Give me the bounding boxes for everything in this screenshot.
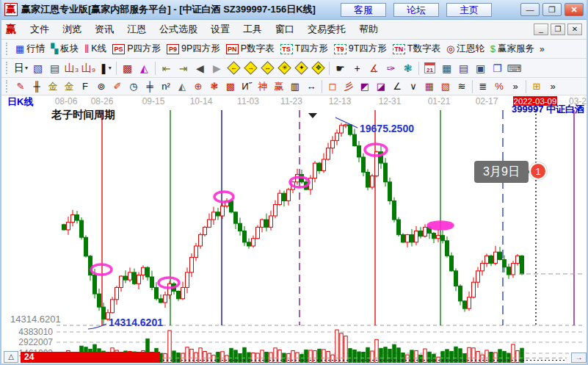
child-minimize-button[interactable]: _ <box>534 24 548 35</box>
tool-fit-all[interactable]: ✥ <box>310 61 327 76</box>
tool-winner-service[interactable]: $赢家服务 <box>487 41 537 57</box>
tool-hand-tool[interactable]: ☛ <box>332 61 349 76</box>
child-restore-button[interactable]: ❐ <box>551 24 565 35</box>
tool-gann-wheel[interactable]: ◎江恩轮 <box>443 41 487 57</box>
tool-t-table[interactable]: TNT数字表 <box>390 41 443 57</box>
tool-fan-lines[interactable]: 彡 <box>341 80 357 93</box>
tool-red-grid-3[interactable]: ▧ <box>438 80 454 93</box>
tool-red-grid[interactable]: ▩ <box>222 80 239 93</box>
tool-angle-measure[interactable]: ∡ <box>366 61 382 76</box>
tool-color-grid[interactable]: ⊞ <box>529 80 545 93</box>
tool-shift-both[interactable]: ↔ <box>259 61 276 76</box>
tool-p-square[interactable]: PSP四方形 <box>109 41 164 57</box>
tool-step-back[interactable]: ◀ <box>192 61 208 76</box>
tool-angle-mirror[interactable]: ◭ <box>174 80 190 93</box>
tool-market-view[interactable]: ▧ <box>29 61 46 76</box>
tool-save-screen[interactable]: ▣ <box>472 61 489 76</box>
tool-magic-pen[interactable]: ✑ <box>382 61 399 76</box>
menu-item-7[interactable]: 窗口 <box>269 21 301 38</box>
tool-compress[interactable]: ✳ <box>276 61 293 76</box>
tool-gann-grid[interactable]: ╫ <box>29 80 45 93</box>
tool-red-star[interactable]: ❃ <box>206 80 222 93</box>
tool-overflow-2[interactable]: » <box>545 80 561 93</box>
tool-parallel-lines[interactable]: ≋ <box>454 80 470 93</box>
tool-brush[interactable]: ✎ <box>12 80 29 93</box>
toolbar1-overflow[interactable]: » <box>537 44 547 54</box>
tool-red-ruler[interactable]: ✐ <box>109 80 126 93</box>
tool-info-note[interactable]: ▤ <box>46 61 63 76</box>
tool-percent-tool[interactable]: % <box>491 80 507 93</box>
tool-expand[interactable]: ✦ <box>293 61 310 76</box>
tool-red-grid-2[interactable]: ▦ <box>421 80 438 93</box>
tool-print[interactable]: ⌨ <box>506 61 523 76</box>
tool-t-square[interactable]: TST四方形 <box>277 41 331 57</box>
tool-9p-square[interactable]: P99P四方形 <box>164 41 223 57</box>
tool-notepad[interactable]: ▤ <box>455 61 472 76</box>
tool-analysis-brain[interactable]: ❃ <box>399 61 416 76</box>
menu-item-0[interactable]: 文件 <box>23 21 56 38</box>
tool-win-grid[interactable]: 赢 <box>271 80 287 93</box>
menu-item-9[interactable]: 帮助 <box>352 21 385 38</box>
tool-spiral[interactable]: ⊚ <box>93 80 109 93</box>
tool-sectors[interactable]: ▚板块 <box>48 41 81 57</box>
tool-fan-square-2[interactable]: ◪ <box>373 80 389 93</box>
tool-wave-3[interactable]: 山₃ <box>63 61 80 76</box>
tool-last-page[interactable]: ⇥ <box>175 61 192 76</box>
toolbar-grip[interactable] <box>6 62 10 75</box>
minimize-button[interactable]: — <box>520 3 540 16</box>
toolbar-grip[interactable] <box>6 43 10 56</box>
tool-9t-square[interactable]: T99T四方形 <box>331 41 390 57</box>
menu-item-4[interactable]: 公式选股 <box>153 21 204 38</box>
tool-grid-small[interactable]: ▥ <box>287 80 303 93</box>
tool-gold-grid-1[interactable]: 金 <box>45 80 61 93</box>
tool-p-table[interactable]: PNP数字表 <box>223 41 277 57</box>
tool-n-squared[interactable]: n² <box>158 80 174 93</box>
menu-item-6[interactable]: 工具 <box>236 21 269 38</box>
scroll-expand-button[interactable]: △ <box>4 351 18 363</box>
tool-crosshair-tool[interactable]: + <box>349 61 366 76</box>
tool-overflow-1[interactable]: » <box>507 80 523 93</box>
tool-dense-grid[interactable]: ╪ <box>142 80 158 93</box>
tool-wave-marks[interactable]: И˝ <box>239 80 255 93</box>
menu-item-5[interactable]: 设置 <box>204 21 236 38</box>
titlebar-button-1[interactable]: 论坛 <box>393 3 439 17</box>
tool-candle-style[interactable]: ❚▾ <box>97 61 114 76</box>
tool-step-forward[interactable]: ▶ <box>208 61 225 76</box>
menu-item-3[interactable]: 江恩 <box>120 21 153 38</box>
tool-shift-right[interactable]: → <box>242 61 259 76</box>
menu-item-8[interactable]: 交易委托 <box>301 21 352 38</box>
kline-chart-canvas[interactable]: 08-0608-2609-1510-1411-0311-2312-1312-31… <box>1 95 587 365</box>
tool-kline[interactable]: ⫼K线 <box>81 41 109 57</box>
scrollbar-thumb[interactable]: 24 <box>21 352 160 363</box>
tool-first-page[interactable]: ⇤ <box>158 61 175 76</box>
tooltip-count-badge[interactable]: 1 <box>529 162 547 180</box>
tool-v-lines[interactable]: ∨ <box>405 80 421 93</box>
tool-gold-grid-2[interactable]: 金 <box>61 80 77 93</box>
tool-calculator[interactable]: ▦ <box>438 61 455 76</box>
close-button[interactable]: ✕ <box>565 3 584 16</box>
tool-calendar[interactable]: 21 <box>421 61 438 76</box>
tool-volume-tool[interactable]: ◭ <box>136 61 153 76</box>
menu-item-1[interactable]: 浏览 <box>56 21 88 38</box>
child-close-button[interactable]: ✕ <box>567 24 582 35</box>
titlebar-button-0[interactable]: 客服 <box>341 3 386 17</box>
tool-fan-square-1[interactable]: ◩ <box>357 80 373 93</box>
tool-period-selector[interactable]: 日▾ <box>12 61 29 76</box>
maximize-button[interactable]: ❐ <box>542 3 562 16</box>
toolbar-grip[interactable] <box>6 80 10 92</box>
tool-shift-left[interactable]: ← <box>225 61 242 76</box>
scroll-right-button[interactable]: → <box>571 353 587 363</box>
menu-item-2[interactable]: 资讯 <box>88 21 120 38</box>
tool-pencil-angle[interactable]: ∠ <box>389 80 405 93</box>
tool-shen-grid[interactable]: 神 <box>255 80 271 93</box>
titlebar-button-2[interactable]: 主页 <box>446 3 492 17</box>
tool-span-measure[interactable]: ↔ <box>303 80 319 93</box>
tool-square-tool[interactable]: ◻ <box>324 80 341 93</box>
tool-f-grid[interactable]: F <box>77 80 93 93</box>
tool-time-clock[interactable]: ◷ <box>126 80 142 93</box>
tool-buysell-mark[interactable]: ▩ <box>119 61 136 76</box>
tool-wave-9[interactable]: 山₉ <box>80 61 97 76</box>
tool-windows-layout[interactable]: ❐ <box>489 61 506 76</box>
tool-circle-cross[interactable]: ⊕ <box>190 80 206 93</box>
tool-price-list[interactable]: ≣ <box>475 80 491 93</box>
